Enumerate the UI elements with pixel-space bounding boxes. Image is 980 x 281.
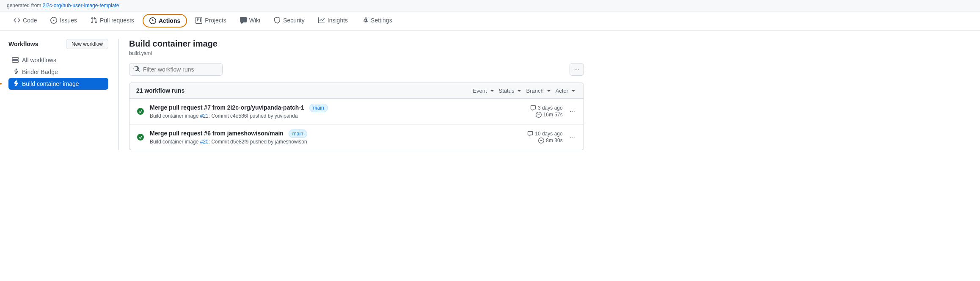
wiki-icon	[240, 17, 247, 24]
sidebar-item-binder-badge-label: Binder Badge	[22, 69, 58, 75]
filter-bar: ···	[129, 63, 584, 76]
tab-settings-label: Settings	[371, 17, 392, 24]
sidebar-item-build-container-image[interactable]: Build container image	[8, 78, 108, 90]
table-row: Merge pull request #7 from 2i2c-org/yuvi…	[129, 99, 584, 124]
workflow-icon-all	[12, 57, 19, 63]
tab-security[interactable]: Security	[267, 12, 311, 30]
run-time-ago-1: 3 days ago	[530, 105, 563, 111]
sidebar-item-build-container-image-label: Build container image	[22, 80, 79, 87]
runs-filters: Event Status Branch Actor	[473, 87, 577, 94]
workflow-icon-binder	[12, 69, 19, 75]
run-time-ago-2: 10 days ago	[527, 131, 562, 137]
tab-security-label: Security	[283, 17, 305, 24]
page-title: Build container image	[129, 39, 584, 49]
filter-input[interactable]	[129, 63, 223, 76]
tab-code[interactable]: Code	[7, 12, 44, 30]
filter-input-wrapper	[129, 63, 566, 76]
run-title-1: Merge pull request #7 from 2i2c-org/yuvi…	[150, 104, 507, 112]
run-more-button-2[interactable]: ···	[568, 132, 577, 143]
run-meta-1: 3 days ago 16m 57s	[512, 105, 563, 118]
run-badge-2: main	[289, 129, 307, 138]
branch-filter-button[interactable]: Branch	[526, 87, 552, 94]
sidebar-item-all-workflows-label: All workflows	[22, 57, 56, 63]
run-title-2: Merge pull request #6 from jameshowison/…	[150, 129, 507, 138]
content-area: Build container image build.yaml ··· 21 …	[118, 39, 584, 150]
code-icon	[14, 17, 20, 24]
nav-tabs: Code Issues Pull requests Actions	[7, 11, 973, 30]
tab-issues-label: Issues	[60, 17, 77, 24]
run-subtitle-1: Build container image #21: Commit c4e586…	[150, 113, 507, 119]
run-duration-1: 16m 57s	[536, 112, 563, 118]
run-title-link-2[interactable]: Merge pull request #6 from jameshowison/…	[150, 130, 284, 137]
run-info-2: Merge pull request #6 from jameshowison/…	[150, 129, 507, 145]
runs-header: 21 workflow runs Event Status Branch Act…	[129, 83, 584, 99]
success-status-icon-1	[136, 107, 145, 116]
tab-wiki[interactable]: Wiki	[233, 12, 267, 30]
run-more-button-1[interactable]: ···	[568, 106, 577, 117]
success-status-icon-2	[136, 133, 145, 141]
actions-icon	[149, 17, 156, 24]
workflow-icon-build	[12, 80, 19, 87]
run-badge-1: main	[309, 104, 328, 112]
new-workflow-button[interactable]: New workflow	[66, 39, 108, 49]
filter-more-button[interactable]: ···	[570, 63, 584, 76]
tab-actions[interactable]: Actions	[143, 14, 187, 28]
generated-from-link[interactable]: 2i2c-org/hub-user-image-template	[43, 3, 119, 8]
build-container-image-row: Build container image	[8, 78, 108, 90]
tab-pr-label: Pull requests	[100, 17, 134, 24]
runs-count: 21 workflow runs	[136, 87, 184, 94]
security-icon	[274, 17, 281, 24]
run-subtitle-link-2[interactable]: #20	[200, 139, 209, 145]
tab-actions-label: Actions	[159, 17, 180, 24]
settings-icon	[361, 17, 368, 24]
issue-icon	[50, 17, 57, 24]
page-subtitle: build.yaml	[129, 50, 584, 56]
status-filter-button[interactable]: Status	[499, 87, 523, 94]
sidebar: Workflows New workflow All workflows Bin…	[8, 39, 118, 150]
run-subtitle-link-1[interactable]: #21	[200, 113, 209, 119]
run-meta-2: 10 days ago 8m 30s	[512, 131, 563, 143]
pr-icon	[91, 17, 97, 24]
table-row: Merge pull request #6 from jameshowison/…	[129, 124, 584, 150]
search-icon	[133, 66, 140, 74]
event-filter-button[interactable]: Event	[473, 87, 495, 94]
tab-projects-label: Projects	[205, 17, 226, 24]
main-content: Workflows New workflow All workflows Bin…	[0, 30, 592, 159]
run-subtitle-2: Build container image #20: Commit d5e82f…	[150, 139, 507, 145]
projects-icon	[195, 17, 202, 24]
sidebar-item-all-workflows[interactable]: All workflows	[8, 54, 108, 66]
orange-arrow-icon	[0, 79, 4, 89]
insights-icon	[318, 17, 325, 24]
tab-settings[interactable]: Settings	[355, 12, 399, 30]
tab-insights[interactable]: Insights	[311, 12, 355, 30]
actor-filter-button[interactable]: Actor	[556, 87, 577, 94]
run-title-link-1[interactable]: Merge pull request #7 from 2i2c-org/yuvi…	[150, 104, 304, 111]
tab-issues[interactable]: Issues	[44, 12, 83, 30]
run-duration-2: 8m 30s	[538, 138, 562, 143]
tab-insights-label: Insights	[328, 17, 348, 24]
nav-bar: Code Issues Pull requests Actions	[0, 11, 980, 30]
generated-from-bar: generated from 2i2c-org/hub-user-image-t…	[7, 0, 973, 11]
run-info-1: Merge pull request #7 from 2i2c-org/yuvi…	[150, 104, 507, 119]
sidebar-title: Workflows New workflow	[8, 39, 108, 49]
tab-wiki-label: Wiki	[249, 17, 260, 24]
tab-pull-requests[interactable]: Pull requests	[84, 12, 141, 30]
sidebar-item-binder-badge[interactable]: Binder Badge	[8, 66, 108, 78]
tab-code-label: Code	[23, 17, 37, 24]
tab-projects[interactable]: Projects	[189, 12, 233, 30]
